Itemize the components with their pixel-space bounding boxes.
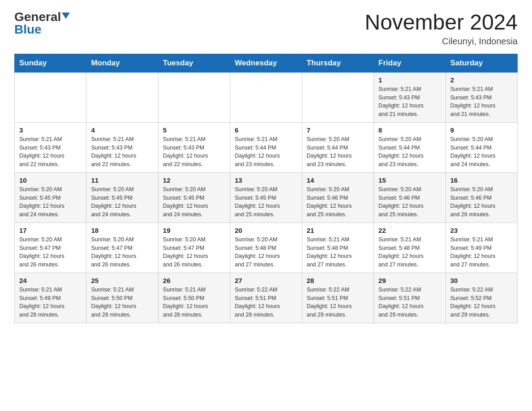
calendar-cell <box>158 72 230 122</box>
day-number: 13 <box>235 176 297 184</box>
day-info: Sunrise: 5:21 AMSunset: 5:49 PMDaylight:… <box>450 235 513 269</box>
day-info: Sunrise: 5:21 AMSunset: 5:50 PMDaylight:… <box>91 286 153 319</box>
day-info: Sunrise: 5:20 AMSunset: 5:45 PMDaylight:… <box>19 185 82 219</box>
day-header-friday: Friday <box>374 54 446 72</box>
calendar-cell: 7Sunrise: 5:20 AMSunset: 5:44 PMDaylight… <box>302 122 373 172</box>
day-info: Sunrise: 5:20 AMSunset: 5:47 PMDaylight:… <box>19 235 82 269</box>
day-info: Sunrise: 5:21 AMSunset: 5:48 PMDaylight:… <box>307 235 369 269</box>
day-number: 18 <box>91 227 153 234</box>
calendar-cell: 20Sunrise: 5:20 AMSunset: 5:48 PMDayligh… <box>230 223 302 273</box>
calendar-cell: 28Sunrise: 5:22 AMSunset: 5:51 PMDayligh… <box>302 273 373 323</box>
day-number: 9 <box>450 126 513 134</box>
calendar-cell: 21Sunrise: 5:21 AMSunset: 5:48 PMDayligh… <box>302 223 373 273</box>
calendar-cell: 4Sunrise: 5:21 AMSunset: 5:43 PMDaylight… <box>86 122 158 172</box>
calendar-cell: 15Sunrise: 5:20 AMSunset: 5:46 PMDayligh… <box>374 172 446 223</box>
calendar-cell: 16Sunrise: 5:20 AMSunset: 5:46 PMDayligh… <box>446 172 517 223</box>
calendar-cell: 22Sunrise: 5:21 AMSunset: 5:48 PMDayligh… <box>374 223 446 273</box>
day-number: 28 <box>307 277 369 284</box>
day-info: Sunrise: 5:21 AMSunset: 5:49 PMDaylight:… <box>19 286 82 319</box>
day-number: 1 <box>378 76 441 84</box>
day-info: Sunrise: 5:20 AMSunset: 5:45 PMDaylight:… <box>235 185 297 219</box>
day-number: 11 <box>91 176 153 184</box>
day-number: 29 <box>378 277 441 284</box>
day-info: Sunrise: 5:22 AMSunset: 5:51 PMDaylight:… <box>235 286 297 319</box>
day-info: Sunrise: 5:22 AMSunset: 5:52 PMDaylight:… <box>450 286 513 319</box>
day-number: 7 <box>307 126 369 134</box>
day-number: 15 <box>378 176 441 184</box>
calendar-cell: 26Sunrise: 5:21 AMSunset: 5:50 PMDayligh… <box>158 273 230 323</box>
logo-general-text: General <box>14 11 61 23</box>
week-row-5: 24Sunrise: 5:21 AMSunset: 5:49 PMDayligh… <box>15 273 518 323</box>
day-number: 25 <box>91 277 153 284</box>
header-row: SundayMondayTuesdayWednesdayThursdayFrid… <box>15 54 518 72</box>
day-number: 21 <box>307 227 369 234</box>
day-info: Sunrise: 5:21 AMSunset: 5:43 PMDaylight:… <box>163 135 225 169</box>
calendar-cell <box>15 72 86 122</box>
day-info: Sunrise: 5:20 AMSunset: 5:47 PMDaylight:… <box>91 235 153 269</box>
calendar-cell: 18Sunrise: 5:20 AMSunset: 5:47 PMDayligh… <box>86 223 158 273</box>
calendar-cell: 13Sunrise: 5:20 AMSunset: 5:45 PMDayligh… <box>230 172 302 223</box>
day-number: 20 <box>235 227 297 234</box>
day-info: Sunrise: 5:22 AMSunset: 5:51 PMDaylight:… <box>307 286 369 319</box>
calendar-cell <box>230 72 302 122</box>
calendar-cell: 12Sunrise: 5:20 AMSunset: 5:45 PMDayligh… <box>158 172 230 223</box>
day-info: Sunrise: 5:21 AMSunset: 5:43 PMDaylight:… <box>378 85 441 119</box>
day-info: Sunrise: 5:20 AMSunset: 5:44 PMDaylight:… <box>378 135 441 169</box>
calendar-cell: 11Sunrise: 5:20 AMSunset: 5:45 PMDayligh… <box>86 172 158 223</box>
calendar-table: SundayMondayTuesdayWednesdayThursdayFrid… <box>14 54 518 323</box>
day-number: 3 <box>19 126 82 134</box>
calendar-cell: 3Sunrise: 5:21 AMSunset: 5:43 PMDaylight… <box>15 122 86 172</box>
day-info: Sunrise: 5:20 AMSunset: 5:48 PMDaylight:… <box>235 235 297 269</box>
calendar-cell: 14Sunrise: 5:20 AMSunset: 5:46 PMDayligh… <box>302 172 373 223</box>
calendar-cell <box>302 72 373 122</box>
day-info: Sunrise: 5:20 AMSunset: 5:46 PMDaylight:… <box>307 185 369 219</box>
calendar-cell: 29Sunrise: 5:22 AMSunset: 5:51 PMDayligh… <box>374 273 446 323</box>
day-info: Sunrise: 5:21 AMSunset: 5:44 PMDaylight:… <box>235 135 297 169</box>
day-header-wednesday: Wednesday <box>230 54 302 72</box>
month-title: November 2024 <box>365 11 518 34</box>
day-info: Sunrise: 5:22 AMSunset: 5:51 PMDaylight:… <box>378 286 441 319</box>
calendar-cell: 30Sunrise: 5:22 AMSunset: 5:52 PMDayligh… <box>446 273 517 323</box>
calendar-cell: 5Sunrise: 5:21 AMSunset: 5:43 PMDaylight… <box>158 122 230 172</box>
day-info: Sunrise: 5:21 AMSunset: 5:48 PMDaylight:… <box>378 235 441 269</box>
day-number: 23 <box>450 227 513 234</box>
day-number: 2 <box>450 76 513 84</box>
day-header-monday: Monday <box>86 54 158 72</box>
calendar-cell: 27Sunrise: 5:22 AMSunset: 5:51 PMDayligh… <box>230 273 302 323</box>
week-row-4: 17Sunrise: 5:20 AMSunset: 5:47 PMDayligh… <box>15 223 518 273</box>
day-info: Sunrise: 5:20 AMSunset: 5:46 PMDaylight:… <box>450 185 513 219</box>
week-row-2: 3Sunrise: 5:21 AMSunset: 5:43 PMDaylight… <box>15 122 518 172</box>
calendar-cell: 9Sunrise: 5:20 AMSunset: 5:44 PMDaylight… <box>446 122 517 172</box>
day-info: Sunrise: 5:20 AMSunset: 5:47 PMDaylight:… <box>163 235 225 269</box>
logo-triangle-icon <box>62 13 70 19</box>
calendar-cell: 8Sunrise: 5:20 AMSunset: 5:44 PMDaylight… <box>374 122 446 172</box>
week-row-3: 10Sunrise: 5:20 AMSunset: 5:45 PMDayligh… <box>15 172 518 223</box>
logo-blue-text: Blue <box>14 23 42 36</box>
calendar-cell <box>86 72 158 122</box>
logo: General Blue <box>14 11 70 36</box>
calendar-cell: 23Sunrise: 5:21 AMSunset: 5:49 PMDayligh… <box>446 223 517 273</box>
day-number: 5 <box>163 126 225 134</box>
day-number: 30 <box>450 277 513 284</box>
day-number: 19 <box>163 227 225 234</box>
day-info: Sunrise: 5:21 AMSunset: 5:43 PMDaylight:… <box>91 135 153 169</box>
day-info: Sunrise: 5:20 AMSunset: 5:45 PMDaylight:… <box>91 185 153 219</box>
day-number: 17 <box>19 227 82 234</box>
day-info: Sunrise: 5:21 AMSunset: 5:50 PMDaylight:… <box>163 286 225 319</box>
location-title: Cileunyi, Indonesia <box>365 36 518 47</box>
day-number: 6 <box>235 126 297 134</box>
day-header-tuesday: Tuesday <box>158 54 230 72</box>
day-number: 12 <box>163 176 225 184</box>
day-header-thursday: Thursday <box>302 54 373 72</box>
day-number: 27 <box>235 277 297 284</box>
day-info: Sunrise: 5:20 AMSunset: 5:44 PMDaylight:… <box>307 135 369 169</box>
calendar-cell: 25Sunrise: 5:21 AMSunset: 5:50 PMDayligh… <box>86 273 158 323</box>
day-number: 14 <box>307 176 369 184</box>
day-number: 8 <box>378 126 441 134</box>
day-info: Sunrise: 5:20 AMSunset: 5:46 PMDaylight:… <box>378 185 441 219</box>
week-row-1: 1Sunrise: 5:21 AMSunset: 5:43 PMDaylight… <box>15 72 518 122</box>
day-info: Sunrise: 5:21 AMSunset: 5:43 PMDaylight:… <box>19 135 82 169</box>
calendar-cell: 19Sunrise: 5:20 AMSunset: 5:47 PMDayligh… <box>158 223 230 273</box>
day-header-sunday: Sunday <box>15 54 86 72</box>
calendar-cell: 1Sunrise: 5:21 AMSunset: 5:43 PMDaylight… <box>374 72 446 122</box>
